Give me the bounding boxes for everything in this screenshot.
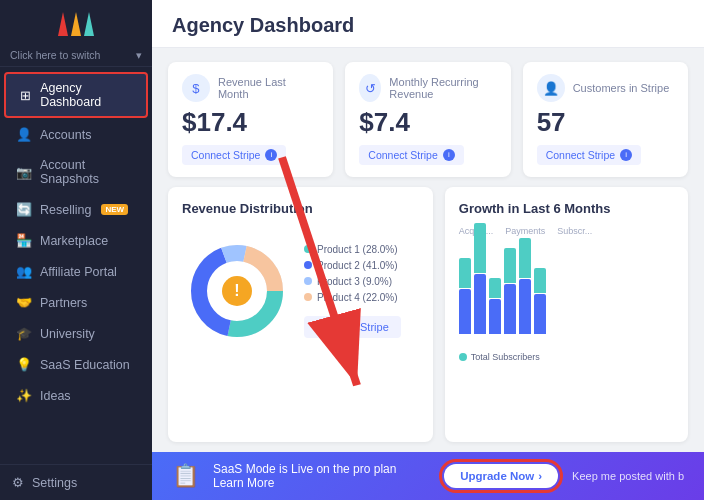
bar-teal-5 [534, 268, 546, 293]
sidebar-item-saas-education[interactable]: 💡 SaaS Education [4, 350, 148, 379]
sidebar-item-reselling[interactable]: 🔄 Reselling NEW [4, 195, 148, 224]
bar-group-5 [534, 268, 546, 334]
settings-icon: ⚙ [12, 475, 24, 490]
customers-label: Customers in Stripe [573, 82, 670, 94]
chart-right-title: Growth in Last 6 Months [459, 201, 674, 216]
legend-dot-0 [304, 245, 312, 253]
settings-link[interactable]: ⚙ Settings [0, 465, 152, 500]
sidebar-item-accounts[interactable]: 👤 Accounts [4, 120, 148, 149]
donut-chart: ! [182, 236, 292, 346]
bar-blue-1 [474, 274, 486, 334]
mrr-icon: ↺ [359, 74, 381, 102]
bar-group-3 [504, 248, 516, 334]
metric-card-revenue: $ Revenue Last Month $17.4 Connect Strip… [168, 62, 333, 177]
connect-stripe-btn-1[interactable]: Connect Stripe i [359, 145, 463, 165]
arrow-red [58, 12, 68, 36]
bar-group-2 [489, 278, 501, 334]
bar-teal-1 [474, 223, 486, 273]
legend-label-2: Product 3 (9.0%) [317, 276, 392, 287]
donut-warning-icon: ! [222, 276, 252, 306]
page-title: Agency Dashboard [172, 14, 684, 37]
bar-legend-dot [459, 353, 467, 361]
chart-left-body: ! Product 1 (28.0%) Product 2 (41.0%) [182, 226, 419, 356]
bottom-banner: 📋 SaaS Mode is Live on the pro plan Lear… [152, 452, 704, 500]
sidebar-item-university[interactable]: 🎓 University [4, 319, 148, 348]
customers-value: 57 [537, 108, 674, 137]
upgrade-label: Upgrade Now [460, 470, 534, 482]
legend-label-0: Product 1 (28.0%) [317, 244, 398, 255]
chart-growth: Growth in Last 6 Months Acquis... Paymen… [445, 187, 688, 442]
mrr-label: Monthly Recurring Revenue [389, 76, 496, 100]
switch-account-button[interactable]: Click here to switch ▾ [0, 44, 152, 67]
bar-chart-area [459, 240, 674, 350]
sidebar-item-agency-dashboard[interactable]: ⊞ Agency Dashboard [4, 72, 148, 118]
main-content: $ Revenue Last Month $17.4 Connect Strip… [152, 48, 704, 500]
connect-stripe-btn-2[interactable]: Connect Stripe i [537, 145, 641, 165]
connect-stripe-label-0: Connect Stripe [191, 149, 260, 161]
sidebar-item-label: Reselling [40, 203, 91, 217]
info-icon-0: i [265, 149, 277, 161]
bar-group-0 [459, 258, 471, 334]
sidebar-item-label: SaaS Education [40, 358, 130, 372]
banner-text: SaaS Mode is Live on the pro plan Learn … [213, 462, 430, 490]
banner-right-text: Keep me posted with b [572, 470, 684, 482]
sidebar-item-affiliate-portal[interactable]: 👥 Affiliate Portal [4, 257, 148, 286]
legend-dot-1 [304, 261, 312, 269]
dashboard-icon: ⊞ [18, 88, 32, 103]
snapshots-icon: 📷 [16, 165, 32, 180]
accounts-icon: 👤 [16, 127, 32, 142]
connect-stripe-label-1: Connect Stripe [368, 149, 437, 161]
connect-stripe-label-2: Connect Stripe [546, 149, 615, 161]
sidebar-item-label: University [40, 327, 95, 341]
sidebar-item-partners[interactable]: 🤝 Partners [4, 288, 148, 317]
bar-teal-3 [504, 248, 516, 283]
bar-teal-4 [519, 238, 531, 278]
sidebar-item-label: Ideas [40, 389, 71, 403]
chart-revenue-distribution: Revenue Distribution ! [168, 187, 433, 442]
settings-label: Settings [32, 476, 77, 490]
legend-dot-3 [304, 293, 312, 301]
info-icon-1: i [443, 149, 455, 161]
sidebar-item-marketplace[interactable]: 🏪 Marketplace [4, 226, 148, 255]
metric-card-customers: 👤 Customers in Stripe 57 Connect Stripe … [523, 62, 688, 177]
sidebar-item-account-snapshots[interactable]: 📷 Account Snapshots [4, 151, 148, 193]
sidebar-item-label: Affiliate Portal [40, 265, 117, 279]
partners-icon: 🤝 [16, 295, 32, 310]
reselling-icon: 🔄 [16, 202, 32, 217]
legend-dot-2 [304, 277, 312, 285]
revenue-label: Revenue Last Month [218, 76, 319, 100]
chart-top-labels: Acquis... Payments Subscr... [459, 226, 674, 236]
page-header: Agency Dashboard [152, 0, 704, 48]
sidebar-item-ideas[interactable]: ✨ Ideas [4, 381, 148, 410]
legend-item-0: Product 1 (28.0%) [304, 244, 401, 255]
bar-blue-5 [534, 294, 546, 334]
chart-top-label-3: Subscr... [557, 226, 592, 236]
bar-legend: Total Subscribers [459, 352, 674, 362]
metric-card-mrr: ↺ Monthly Recurring Revenue $7.4 Connect… [345, 62, 510, 177]
sidebar-item-label: Partners [40, 296, 87, 310]
upgrade-arrow-icon: › [538, 470, 542, 482]
metric-card-header-mrr: ↺ Monthly Recurring Revenue [359, 74, 496, 102]
saas-edu-icon: 💡 [16, 357, 32, 372]
sidebar-item-label: Agency Dashboard [40, 81, 134, 109]
connect-stripe-chart-label: Connect Stripe [316, 321, 389, 333]
upgrade-now-button[interactable]: Upgrade Now › [444, 464, 558, 488]
connect-stripe-chart-btn[interactable]: Connect Stripe [304, 316, 401, 338]
legend-label-1: Product 2 (41.0%) [317, 260, 398, 271]
revenue-icon: $ [182, 74, 210, 102]
sidebar-logo [0, 0, 152, 44]
switch-label: Click here to switch [10, 49, 100, 61]
bar-blue-3 [504, 284, 516, 334]
legend-label-3: Product 4 (22.0%) [317, 292, 398, 303]
connect-stripe-btn-0[interactable]: Connect Stripe i [182, 145, 286, 165]
bar-blue-2 [489, 299, 501, 334]
chart-legend: Product 1 (28.0%) Product 2 (41.0%) Prod… [304, 244, 401, 338]
sidebar: Click here to switch ▾ ⊞ Agency Dashboar… [0, 0, 152, 500]
banner-icon: 📋 [172, 463, 199, 489]
bar-blue-4 [519, 279, 531, 334]
customers-icon: 👤 [537, 74, 565, 102]
chart-top-label-2: Payments [505, 226, 545, 236]
sidebar-item-label: Marketplace [40, 234, 108, 248]
legend-item-3: Product 4 (22.0%) [304, 292, 401, 303]
arrow-teal [84, 12, 94, 36]
